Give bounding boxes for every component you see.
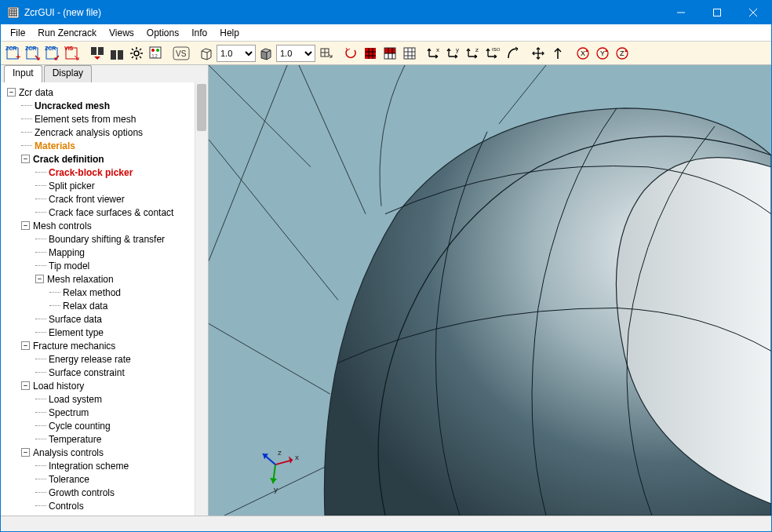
tree-node[interactable]: Element sets from mesh: [2, 112, 206, 126]
tree-node[interactable]: Energy release rate: [2, 352, 206, 366]
tree-node[interactable]: Relax data: [2, 299, 206, 312]
tree-label[interactable]: Tip model: [49, 261, 89, 271]
rotate-free-icon[interactable]: [504, 44, 523, 63]
tree-label[interactable]: Zencrack analysis options: [35, 127, 143, 138]
menu-info[interactable]: Info: [185, 26, 213, 40]
tree-node[interactable]: Boundary shifting & transfer: [2, 232, 206, 246]
vs-icon[interactable]: VS: [172, 44, 191, 63]
grid-half-icon[interactable]: [381, 44, 399, 63]
grid-red-icon[interactable]: [361, 44, 380, 63]
tree-label[interactable]: Element type: [49, 327, 104, 338]
tree-label[interactable]: Load system: [49, 394, 102, 405]
tree-node[interactable]: Controls: [2, 499, 206, 512]
tree-node[interactable]: Materials: [2, 139, 206, 152]
tree-label[interactable]: Mesh controls: [33, 220, 92, 231]
tree-label[interactable]: Relax method: [63, 287, 121, 298]
tree-node[interactable]: −Zcr data: [2, 86, 206, 99]
tree-label[interactable]: Load history: [33, 381, 84, 392]
view-y-icon[interactable]: y: [445, 44, 464, 63]
tree-node[interactable]: Surface constraint: [2, 366, 206, 379]
maximize-button[interactable]: [699, 1, 735, 24]
settings-icon[interactable]: [127, 44, 146, 63]
tree-label[interactable]: Temperature: [49, 434, 101, 445]
tree-node[interactable]: −Analysis controls: [2, 446, 206, 459]
cube-solid-icon[interactable]: [257, 44, 275, 63]
rotate-y-icon[interactable]: Y: [593, 44, 612, 63]
tree-label[interactable]: Surface data: [49, 314, 102, 325]
tree-label[interactable]: Crack definition: [33, 154, 104, 165]
tree-label[interactable]: Materials: [35, 140, 75, 151]
tree-label[interactable]: Tolerance: [49, 474, 89, 485]
grid-white-icon[interactable]: [400, 44, 419, 63]
tree-node[interactable]: Cycle counting: [2, 419, 206, 432]
cube-wire-icon[interactable]: [197, 44, 216, 63]
pan-icon[interactable]: [529, 44, 548, 63]
tree-label[interactable]: Cycle counting: [49, 421, 111, 432]
plot-icon[interactable]: 12: [147, 44, 166, 63]
collapse-icon[interactable]: −: [21, 381, 30, 390]
tree-node[interactable]: Crack face surfaces & contact: [2, 206, 206, 219]
tree-label[interactable]: Boundary shifting & transfer: [49, 234, 165, 245]
tree-node[interactable]: Integration scheme: [2, 459, 206, 472]
tree-label[interactable]: Zcr data: [19, 87, 53, 98]
tree-node[interactable]: Temperature: [2, 432, 206, 446]
tree-label[interactable]: Energy release rate: [49, 354, 131, 365]
tree-node[interactable]: Split picker: [2, 179, 206, 192]
tree-node[interactable]: Mapping: [2, 246, 206, 259]
view-z-icon[interactable]: z: [464, 44, 483, 63]
menu-file[interactable]: File: [4, 26, 31, 40]
collapse-icon[interactable]: −: [7, 88, 16, 97]
tree-label[interactable]: Split picker: [49, 180, 95, 191]
fit-grid-icon[interactable]: [316, 44, 335, 63]
tree-node[interactable]: Surface data: [2, 312, 206, 326]
tree-node[interactable]: Spectrum: [2, 406, 206, 419]
vis-icon[interactable]: VIS: [63, 44, 82, 63]
collapse-icon[interactable]: −: [21, 341, 30, 350]
tree-node[interactable]: Relax method: [2, 286, 206, 299]
tree-label[interactable]: Mapping: [49, 247, 85, 258]
collapse-icon[interactable]: −: [35, 275, 44, 283]
close-button[interactable]: [735, 1, 771, 24]
tree-view[interactable]: −Zcr dataUncracked meshElement sets from…: [1, 82, 208, 516]
tree-node[interactable]: Growth controls: [2, 486, 206, 499]
3d-viewport[interactable]: x y z: [209, 65, 771, 516]
tree-label[interactable]: Spectrum: [49, 407, 89, 418]
collapse-icon[interactable]: −: [21, 448, 30, 457]
tree-node[interactable]: Uncracked mesh: [2, 99, 206, 112]
tree-label[interactable]: Mesh relaxation: [47, 274, 114, 285]
tree-node[interactable]: −Crack definition: [2, 152, 206, 166]
tree-node[interactable]: −Mesh controls: [2, 219, 206, 232]
zcr-open-icon[interactable]: ZCR: [24, 44, 42, 63]
tree-label[interactable]: Uncracked mesh: [35, 100, 110, 111]
tree-node[interactable]: Crack front viewer: [2, 192, 206, 206]
tree-scrollbar[interactable]: [195, 82, 208, 516]
tree-node[interactable]: Tolerance: [2, 472, 206, 486]
up-arrow-icon[interactable]: [548, 44, 567, 63]
tree-node[interactable]: Tip model: [2, 259, 206, 272]
tree-label[interactable]: Integration scheme: [49, 461, 129, 472]
tree-node[interactable]: −Mesh relaxation: [2, 272, 206, 286]
tree-label[interactable]: Relax data: [63, 301, 107, 312]
crack-block-icon[interactable]: [107, 44, 126, 63]
tree-label[interactable]: Element sets from mesh: [35, 114, 136, 125]
tree-label[interactable]: Surface constraint: [49, 367, 125, 378]
undo-icon[interactable]: [341, 44, 360, 63]
tree-label[interactable]: Crack-block picker: [49, 167, 133, 178]
crack-insert-icon[interactable]: [88, 44, 107, 63]
zcr-save-icon[interactable]: ZCR: [43, 44, 62, 63]
tree-node[interactable]: Element type: [2, 326, 206, 339]
menu-options[interactable]: Options: [140, 26, 185, 40]
menu-views[interactable]: Views: [103, 26, 140, 40]
tree-node[interactable]: −Load history: [2, 379, 206, 392]
minimize-button[interactable]: [663, 1, 699, 24]
tree-node[interactable]: Crack-block picker: [2, 166, 206, 179]
tree-node[interactable]: Load system: [2, 392, 206, 406]
scale1-select[interactable]: 1.0: [217, 45, 256, 62]
collapse-icon[interactable]: −: [21, 221, 30, 230]
menu-run-zencrack[interactable]: Run Zencrack: [31, 26, 103, 40]
view-iso-icon[interactable]: ISO: [484, 44, 503, 63]
tree-label[interactable]: Crack front viewer: [49, 194, 125, 205]
tree-label[interactable]: Controls: [49, 501, 84, 512]
tree-label[interactable]: Crack face surfaces & contact: [49, 207, 173, 218]
tree-node[interactable]: Zencrack analysis options: [2, 126, 206, 139]
